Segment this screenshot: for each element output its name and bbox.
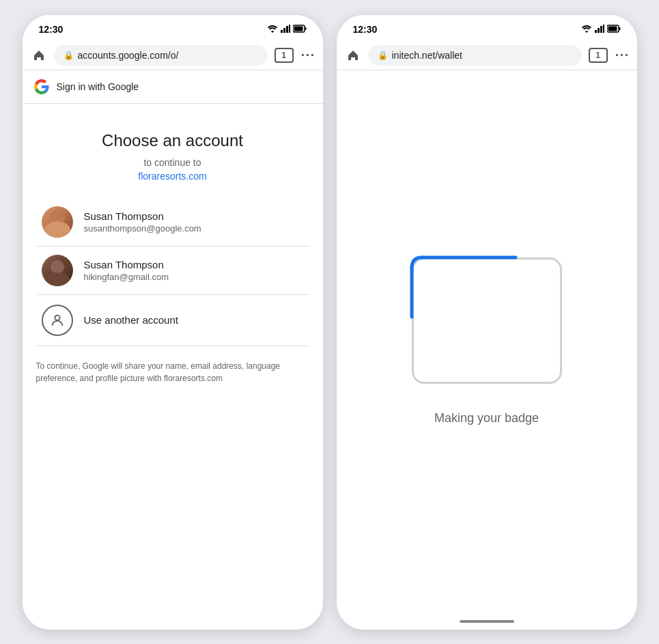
account-info-2: Susan Thompson hikingfan@gmail.com [84,259,304,282]
svg-rect-10 [600,26,602,33]
svg-rect-2 [286,26,288,33]
account-item-2[interactable]: Susan Thompson hikingfan@gmail.com [36,247,309,295]
person-add-icon [42,305,73,336]
progress-arc [410,255,564,386]
account-email-1: susanthompson@google.com [84,223,304,234]
making-badge-label: Making your badge [434,411,539,425]
svg-point-7 [55,315,59,320]
domain-link[interactable]: floraresorts.com [36,171,309,182]
address-bar-right: 🔒 initech.net/wallet 1 ⋮ [337,41,637,70]
svg-rect-5 [294,26,303,31]
svg-rect-13 [608,26,617,31]
wifi-icon-right [581,23,592,36]
svg-rect-8 [595,30,597,33]
lock-icon-left: 🔒 [64,51,74,60]
account-item-1[interactable]: Susan Thompson susanthompson@google.com [36,198,309,247]
use-another-account-item[interactable]: Use another account [36,295,309,346]
svg-rect-0 [281,30,283,33]
account-list: Susan Thompson susanthompson@google.com … [36,198,309,346]
svg-rect-1 [283,28,285,33]
more-menu-right[interactable]: ⋮ [613,48,630,62]
home-bar-right [460,620,514,623]
badge-graphic [412,257,562,384]
use-another-account-label: Use another account [84,314,178,326]
more-menu-left[interactable]: ⋮ [299,48,316,62]
account-name-2: Susan Thompson [84,259,304,270]
right-phone: 12:30 [337,15,637,630]
privacy-note: To continue, Google will share your name… [36,360,309,384]
url-box-left[interactable]: 🔒 accounts.google.com/o/ [54,45,268,66]
signal-icon-right [595,23,604,36]
badge-content: Making your badge [337,70,637,613]
time-right: 12:30 [353,24,378,35]
address-bar-left: 🔒 accounts.google.com/o/ 1 ⋮ [23,41,323,70]
left-phone: 12:30 [23,15,323,630]
choose-account-title: Choose an account [36,131,309,150]
tab-button-right[interactable]: 1 [589,48,608,63]
avatar-1 [42,206,73,238]
status-icons-left [267,23,307,36]
account-content: Choose an account to continue to florare… [23,104,323,630]
time-left: 12:30 [39,24,64,35]
google-logo-icon [33,79,50,95]
svg-rect-3 [289,25,290,33]
home-button-right[interactable] [345,47,361,64]
wifi-icon [267,23,278,36]
avatar-2 [42,255,73,286]
url-text-right: initech.net/wallet [392,50,463,61]
battery-icon [293,23,307,36]
svg-rect-14 [619,27,620,30]
url-text-left: accounts.google.com/o/ [78,50,179,61]
svg-rect-6 [305,27,306,30]
status-bar-right: 12:30 [337,15,637,41]
signal-icon [281,23,290,36]
google-header: Sign in with Google [23,70,323,104]
account-name-1: Susan Thompson [84,210,304,222]
account-email-2: hikingfan@gmail.com [84,272,304,282]
google-signin-label: Sign in with Google [57,81,139,92]
home-indicator-right [337,613,637,630]
lock-icon-right: 🔒 [378,51,388,60]
status-bar-left: 12:30 [23,15,323,41]
battery-icon-right [607,23,621,36]
status-icons-right [581,23,621,36]
svg-rect-11 [603,25,604,33]
svg-rect-9 [598,28,600,33]
continue-to-text: to continue to [36,157,309,168]
home-button-left[interactable] [31,47,47,64]
tab-button-left[interactable]: 1 [275,48,294,63]
url-box-right[interactable]: 🔒 initech.net/wallet [368,45,582,66]
account-info-1: Susan Thompson susanthompson@google.com [84,210,304,234]
